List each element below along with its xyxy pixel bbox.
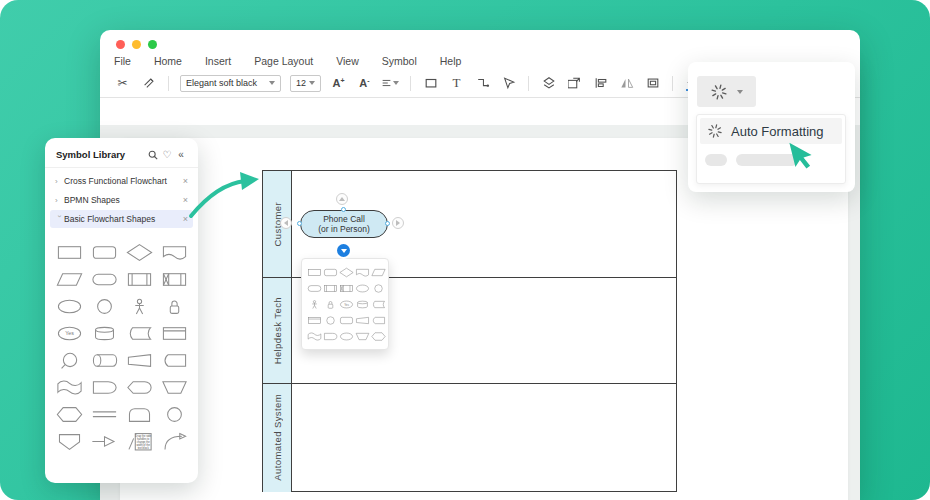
decrease-font-button[interactable]: A- [356, 75, 373, 91]
shape-manual-op[interactable] [355, 315, 370, 326]
shape-or-circle[interactable] [54, 351, 85, 370]
shape-predefined-process[interactable] [124, 270, 155, 289]
shape-wave[interactable] [307, 331, 322, 342]
shape-arc-quad[interactable] [371, 315, 386, 326]
cut-icon[interactable]: ✂ [114, 75, 131, 91]
shape-person[interactable] [124, 297, 155, 316]
resize-handle-right[interactable] [385, 221, 390, 226]
swimlane-header[interactable]: Automated System [263, 384, 292, 492]
shape-stadium[interactable] [307, 283, 322, 294]
shape-delay[interactable] [89, 378, 120, 397]
pointer-tool-icon[interactable] [500, 75, 517, 91]
shape-circle[interactable] [371, 283, 386, 294]
swimlane-row-automated-system[interactable]: Automated System [263, 384, 676, 492]
menu-symbol[interactable]: Symbol [382, 55, 417, 67]
shape-card[interactable] [159, 324, 190, 343]
shape-rect[interactable] [54, 243, 85, 262]
shape-rounded-rect[interactable] [339, 315, 354, 326]
category-bpmn-shapes[interactable]: › BPMN Shapes × [50, 191, 193, 209]
font-size-select[interactable]: 12 [290, 75, 321, 92]
minimize-window-button[interactable] [132, 40, 141, 49]
collapse-panel-icon[interactable]: « [174, 149, 188, 160]
shape-ellipse[interactable] [355, 283, 370, 294]
shape-internal-storage[interactable] [159, 270, 190, 289]
shape-rect[interactable] [307, 267, 322, 278]
shape-yes-ellipse[interactable]: Yes [339, 299, 354, 310]
shape-rounded-top[interactable] [124, 405, 155, 424]
shape-lock[interactable] [159, 297, 190, 316]
search-icon[interactable] [146, 150, 160, 160]
add-shape-up-arrow[interactable] [336, 193, 348, 205]
shape-pentagon-down[interactable] [54, 432, 85, 451]
shape-person[interactable] [307, 299, 322, 310]
shape-diamond[interactable] [339, 267, 354, 278]
rectangle-tool-icon[interactable] [422, 75, 439, 91]
shape-h-cylinder[interactable] [89, 351, 120, 370]
shape-arrow-right[interactable] [89, 432, 120, 451]
shape-parallelogram[interactable] [54, 270, 85, 289]
auto-format-button[interactable] [697, 76, 756, 107]
shape-wave[interactable] [54, 378, 85, 397]
shape-stadium[interactable] [89, 270, 120, 289]
shape-diamond[interactable] [124, 243, 155, 262]
increase-font-button[interactable]: A+ [330, 75, 347, 91]
auto-formatting-menu-item[interactable]: Auto Formatting [700, 118, 842, 144]
shape-document[interactable] [355, 267, 370, 278]
font-family-select[interactable]: Elegant soft black [180, 75, 281, 92]
shape-text-block[interactable]: Drag the sidehandles tochange thewidth o… [124, 432, 155, 451]
add-shape-right-arrow[interactable] [392, 217, 404, 229]
text-align-button[interactable] [382, 75, 399, 91]
menu-home[interactable]: Home [154, 55, 182, 67]
shape-stored-data[interactable] [124, 324, 155, 343]
shape-curved-arrow[interactable] [159, 432, 190, 451]
align-objects-icon[interactable] [592, 75, 609, 91]
menu-insert[interactable]: Insert [205, 55, 231, 67]
shape-display[interactable] [124, 378, 155, 397]
shape-circle[interactable] [89, 297, 120, 316]
format-painter-icon[interactable] [140, 75, 157, 91]
shape-circle[interactable] [323, 315, 338, 326]
text-tool-icon[interactable]: T [448, 75, 465, 91]
shape-inv-trapezoid[interactable] [159, 378, 190, 397]
shape-internal-storage[interactable] [339, 283, 354, 294]
add-shape-left-arrow[interactable] [280, 217, 292, 229]
maximize-window-button[interactable] [148, 40, 157, 49]
shape-ellipse[interactable] [54, 297, 85, 316]
shape-document[interactable] [159, 243, 190, 262]
shape-lock[interactable] [323, 299, 338, 310]
shape-manual-op[interactable] [124, 351, 155, 370]
shape-drum[interactable] [355, 299, 370, 310]
resize-handle-top[interactable] [341, 207, 346, 212]
menu-help[interactable]: Help [440, 55, 462, 67]
shape-ellipse[interactable] [339, 331, 354, 342]
shape-parallelogram[interactable] [371, 267, 386, 278]
shape-rounded-rect[interactable] [323, 267, 338, 278]
mirror-flip-icon[interactable] [618, 75, 635, 91]
connector-tool-icon[interactable] [474, 75, 491, 91]
shape-drum[interactable] [89, 324, 120, 343]
shape-predefined-process[interactable] [323, 283, 338, 294]
shape-yes-ellipse[interactable]: Yes [54, 324, 85, 343]
swimlane-body[interactable] [292, 384, 676, 492]
swimlane-header[interactable]: Helpdesk Tech [263, 278, 292, 383]
resize-handle-left[interactable] [297, 221, 302, 226]
shapes-tool-icon[interactable] [540, 75, 557, 91]
shape-delay[interactable] [323, 331, 338, 342]
shape-circle[interactable] [159, 405, 190, 424]
shape-card[interactable] [307, 315, 322, 326]
container-tool-icon[interactable] [566, 75, 583, 91]
add-shape-down-button[interactable] [337, 244, 350, 257]
shape-arc-quad[interactable] [159, 351, 190, 370]
menu-view[interactable]: View [336, 55, 359, 67]
shape-hexagon[interactable] [54, 405, 85, 424]
favorites-heart-icon[interactable]: ♡ [160, 149, 174, 160]
category-cross-functional-flowchart[interactable]: › Cross Functional Flowchart × [50, 172, 193, 190]
menu-file[interactable]: File [114, 55, 131, 67]
frame-tool-icon[interactable] [644, 75, 661, 91]
menu-page-layout[interactable]: Page Layout [254, 55, 313, 67]
shape-rounded-rect[interactable] [89, 243, 120, 262]
shape-stored-data[interactable] [371, 299, 386, 310]
shape-inv-trapezoid[interactable] [355, 331, 370, 342]
shape-hexagon[interactable] [371, 331, 386, 342]
category-basic-flowchart-shapes[interactable]: › Basic Flowchart Shapes × [50, 210, 193, 228]
